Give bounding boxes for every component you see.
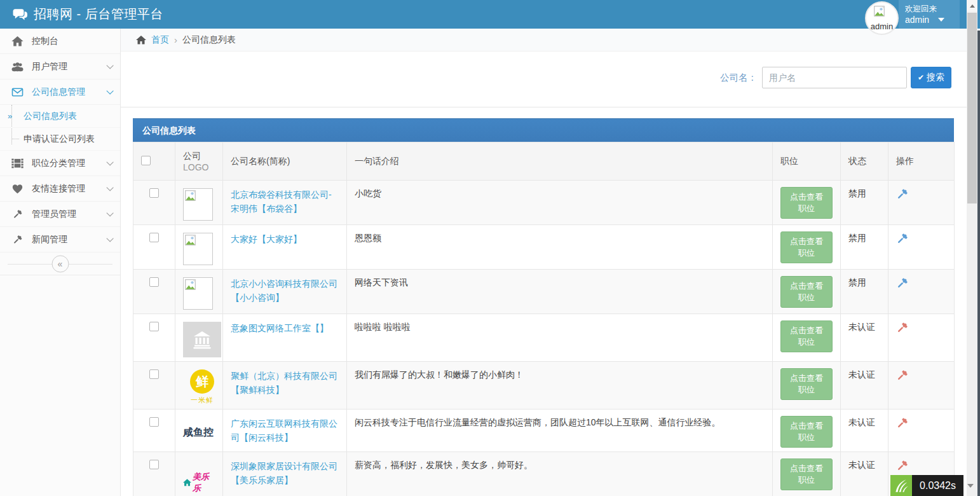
avatar[interactable]: admin [865, 1, 899, 35]
sidebar-collapse-button[interactable]: « [51, 255, 69, 272]
search-section: 公司名： ✔ 搜索 [121, 52, 969, 107]
home-icon [11, 36, 24, 46]
vertical-scrollbar[interactable] [967, 0, 977, 496]
thinkphp-trace-icon[interactable] [890, 475, 912, 496]
row-checkbox[interactable] [149, 460, 159, 469]
chevron-down-icon [106, 184, 113, 191]
brand[interactable]: 招聘网 - 后台管理平台 [13, 0, 163, 29]
users-icon [11, 62, 24, 72]
company-intro: 网络天下资讯 [347, 270, 773, 314]
scrollbar-thumb[interactable] [967, 13, 977, 203]
gavel-action-icon[interactable] [896, 322, 908, 334]
row-checkbox[interactable] [149, 277, 159, 287]
view-jobs-button[interactable]: 点击查看职位 [780, 368, 833, 400]
company-name-link[interactable]: 意象图文网络工作室【】 [231, 322, 329, 336]
arrow-up-icon [970, 4, 975, 8]
welcome-text: 欢迎回来 [905, 4, 960, 14]
gavel-action-icon[interactable] [896, 417, 908, 429]
sidebar-item-company-info[interactable]: 公司信息管理 [0, 79, 120, 105]
home-icon [136, 36, 146, 45]
company-logo-broken [183, 277, 213, 310]
status-text: 未认证 [841, 452, 888, 496]
breadcrumb: 首页 › 公司信息列表 [121, 29, 969, 52]
col-action: 操作 [888, 142, 955, 181]
company-name-link[interactable]: 北京布袋谷科技有限公司-宋明伟【布袋谷】 [231, 188, 339, 216]
select-all-checkbox[interactable] [141, 156, 151, 165]
view-jobs-button[interactable]: 点击查看职位 [780, 276, 833, 308]
row-checkbox[interactable] [149, 369, 159, 379]
view-jobs-button[interactable]: 点击查看职位 [780, 416, 833, 448]
broken-image-icon [185, 190, 211, 201]
gavel-action-icon[interactable] [896, 369, 908, 382]
company-intro: 恩恩额 [347, 225, 773, 270]
check-icon: ✔ [918, 73, 924, 82]
search-button[interactable]: ✔ 搜索 [911, 67, 951, 88]
broken-image-icon [185, 279, 211, 290]
gavel-action-icon[interactable] [896, 460, 908, 472]
broken-image-icon [185, 235, 211, 245]
table-header-row: 公司LOGO 公司名称(简称) 一句话介绍 职位 状态 操作 [133, 142, 955, 181]
trace-time: 0.0342s [912, 475, 963, 496]
sidebar-item-job-category[interactable]: 职位分类管理 [0, 151, 120, 176]
company-intro: 我们有屌爆了的大叔！和嫩爆了的小鲜肉！ [347, 362, 773, 410]
company-name-input[interactable] [762, 67, 907, 88]
col-job: 职位 [773, 142, 841, 181]
bank-icon [191, 329, 213, 350]
company-name-link[interactable]: 深圳象限家居设计有限公司【美乐乐家居】 [231, 460, 339, 487]
company-intro: 薪资高，福利好，发展快，美女多，帅哥好。 [347, 452, 773, 496]
breadcrumb-separator: › [174, 34, 177, 45]
gavel-action-icon[interactable] [896, 233, 908, 245]
view-jobs-button[interactable]: 点击查看职位 [780, 231, 833, 263]
sidebar-item-user-management[interactable]: 用户管理 [0, 54, 120, 79]
chevron-down-icon [106, 158, 113, 165]
view-jobs-button[interactable]: 点击查看职位 [780, 320, 833, 352]
col-intro: 一句话介绍 [347, 142, 773, 181]
heart-icon [11, 184, 24, 194]
scrollbar-up-button[interactable] [967, 0, 977, 11]
window-edge [977, 31, 980, 496]
app-title: 招聘网 - 后台管理平台 [34, 6, 163, 23]
gavel-action-icon[interactable] [896, 188, 908, 200]
col-name: 公司名称(简称) [223, 142, 347, 181]
sidebar-item-admin-management[interactable]: 管理员管理 [0, 202, 120, 227]
company-logo-badge: 鲜一米鲜 [183, 369, 221, 405]
view-jobs-button[interactable]: 点击查看职位 [780, 187, 833, 219]
breadcrumb-home-link[interactable]: 首页 [151, 34, 169, 46]
tree-tick [11, 139, 19, 139]
company-name-link[interactable]: 聚鲜（北京）科技有限公司【聚鲜科技】 [231, 369, 339, 397]
sidebar-item-console[interactable]: 控制台 [0, 29, 120, 54]
avatar-alt-text: admin [871, 22, 893, 34]
company-name-link[interactable]: 大家好【大家好】 [231, 233, 302, 247]
sidebar-item-friend-links[interactable]: 友情连接管理 [0, 176, 120, 202]
username: admin [905, 14, 929, 25]
col-logo-line1: 公司 [183, 151, 222, 162]
sidebar-collapse-row: « [0, 252, 120, 275]
sidebar-subitem-certification-list[interactable]: 申请认证公司列表 [0, 128, 120, 151]
chevron-down-icon [106, 209, 113, 216]
company-logo-text: 咸鱼控 [183, 417, 215, 439]
sidebar-subitem-company-list[interactable]: » 公司信息列表 [0, 105, 120, 128]
chevron-down-icon [106, 87, 113, 94]
col-logo-line2: LOGO [183, 162, 222, 172]
status-text: 禁用 [841, 270, 888, 314]
row-checkbox[interactable] [149, 417, 159, 427]
company-intro: 小吃货 [347, 181, 773, 225]
status-text: 未认证 [841, 314, 888, 362]
user-menu[interactable]: 欢迎回来 admin [899, 0, 960, 29]
col-status: 状态 [841, 142, 888, 181]
row-checkbox[interactable] [149, 233, 159, 242]
company-name-link[interactable]: 广东闲云互联网科技有限公司【闲云科技】 [231, 417, 339, 444]
trace-collapse-button[interactable] [963, 475, 976, 496]
company-logo-bank [183, 322, 221, 357]
table-row: 咸鱼控 广东闲云互联网科技有限公司【闲云科技】 闲云科技专注于电信行业流量经营的… [133, 410, 955, 452]
row-checkbox[interactable] [149, 188, 159, 198]
company-name-link[interactable]: 北京小小咨询科技有限公司【小小咨询】 [231, 277, 339, 305]
view-jobs-button[interactable]: 点击查看职位 [780, 458, 833, 490]
company-logo-broken [183, 188, 213, 221]
row-checkbox[interactable] [149, 322, 159, 331]
chevron-down-icon [106, 235, 113, 242]
sidebar-item-news-management[interactable]: 新闻管理 [0, 227, 120, 252]
film-icon [11, 158, 24, 169]
chevron-down-icon [106, 62, 113, 69]
gavel-action-icon[interactable] [896, 277, 908, 289]
